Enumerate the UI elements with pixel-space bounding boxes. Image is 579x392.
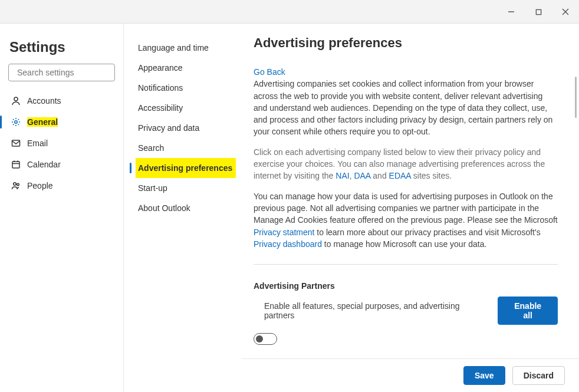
edaa-link[interactable]: EDAA	[389, 171, 411, 180]
search-settings-box[interactable]	[8, 64, 115, 81]
nai-link[interactable]: NAI	[335, 171, 349, 180]
nav-email[interactable]: Email	[6, 133, 117, 153]
privacy-statement-link[interactable]: Privacy statment	[254, 228, 314, 237]
save-button[interactable]: Save	[463, 366, 505, 385]
person-icon	[11, 95, 21, 106]
window-titlebar	[0, 0, 579, 24]
primary-sidebar: Settings Accounts General Email	[0, 24, 124, 392]
nav-accounts[interactable]: Accounts	[6, 91, 117, 111]
svg-rect-9	[12, 162, 19, 168]
discard-button[interactable]: Discard	[512, 366, 565, 385]
nav-general[interactable]: General	[6, 112, 117, 132]
enable-all-button[interactable]: Enable all	[498, 297, 558, 325]
settings-heading: Settings	[9, 39, 117, 55]
nav-label: People	[27, 181, 53, 190]
people-icon	[11, 180, 21, 191]
subnav-notifications[interactable]: Notifications	[136, 78, 236, 98]
close-button[interactable]	[552, 4, 579, 20]
gear-icon	[11, 117, 21, 127]
nav-label: Email	[27, 139, 48, 148]
secondary-sidebar: Language and time Appearance Notificatio…	[124, 24, 242, 392]
content-pane: Advertising preferences Go Back Advertis…	[242, 24, 579, 392]
svg-point-14	[17, 183, 19, 186]
nav-label: Calendar	[27, 160, 61, 169]
partners-toggle[interactable]	[254, 333, 277, 345]
minimize-button[interactable]	[498, 4, 525, 20]
nav-label: Accounts	[27, 96, 61, 106]
para3-text-c: to manage how Microsoft can use your dat…	[322, 239, 486, 249]
para3-text-b: to learn more about our privacy practise…	[314, 228, 540, 237]
daa-link[interactable]: DAA	[354, 171, 370, 180]
footer-actions: Save Discard	[242, 358, 579, 392]
subnav-startup[interactable]: Start-up	[136, 178, 236, 198]
subnav-accessibility[interactable]: Accessibility	[136, 98, 236, 118]
scrollbar-thumb[interactable]	[575, 77, 577, 118]
subnav-privacy[interactable]: Privacy and data	[136, 118, 236, 138]
partners-heading: Advertising Partners	[254, 281, 558, 291]
svg-rect-8	[12, 140, 20, 146]
nav-people[interactable]: People	[6, 176, 117, 196]
content-scroll[interactable]: Advertising preferences Go Back Advertis…	[242, 24, 579, 358]
nav-calendar[interactable]: Calendar	[6, 154, 117, 174]
partners-desc: Enable all features, special purposes, a…	[254, 301, 486, 320]
svg-rect-1	[536, 9, 541, 14]
svg-point-13	[14, 183, 17, 186]
para2-text-b: sites sites.	[411, 171, 452, 180]
divider	[254, 264, 558, 265]
toggle-knob	[256, 335, 263, 342]
go-back-link[interactable]: Go Back	[254, 67, 285, 77]
svg-point-7	[15, 121, 17, 123]
subnav-about[interactable]: About Outlook	[136, 198, 236, 218]
search-input[interactable]	[17, 68, 120, 77]
mail-icon	[11, 138, 21, 149]
page-title: Advertising preferences	[254, 35, 558, 51]
intro-text: Advertising companies set cookies and co…	[254, 79, 552, 136]
privacy-dashboard-link[interactable]: Privacy dashboard	[254, 239, 322, 249]
nav-label: General	[27, 117, 58, 127]
maximize-button[interactable]	[525, 4, 552, 20]
subnav-appearance[interactable]: Appearance	[136, 58, 236, 78]
subnav-language[interactable]: Language and time	[136, 38, 236, 58]
para3-text-a: You can manage how your data is used for…	[254, 192, 558, 225]
calendar-icon	[11, 159, 21, 170]
subnav-search[interactable]: Search	[136, 138, 236, 158]
subnav-advertising[interactable]: Advertising preferences	[136, 158, 236, 178]
svg-point-6	[14, 97, 18, 101]
